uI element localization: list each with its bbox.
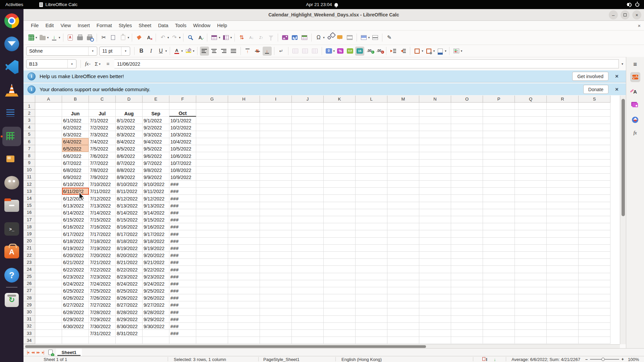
bold[interactable]: B — [137, 47, 146, 56]
cell-L3[interactable] — [356, 117, 387, 124]
cell-Q26[interactable] — [515, 280, 547, 287]
cell-K26[interactable] — [324, 280, 356, 287]
show-draw-functions[interactable]: ✎ — [385, 33, 394, 42]
cell-Q19[interactable] — [515, 230, 547, 237]
insert-chart[interactable] — [290, 33, 299, 42]
currency-format[interactable]: 0 — [324, 47, 333, 56]
cell-E20[interactable]: 9/18/2022 — [143, 238, 169, 245]
cell-C4[interactable]: 7/2/2022 — [89, 124, 116, 131]
chevron-down-icon[interactable]: ▾ — [333, 49, 335, 53]
cell-M13[interactable] — [387, 188, 419, 195]
autofilter[interactable] — [266, 33, 275, 42]
close-icon[interactable]: × — [615, 86, 619, 93]
dock-item-files[interactable] — [4, 198, 20, 214]
cell-G28[interactable] — [196, 294, 228, 301]
freeze-rows-columns[interactable] — [359, 33, 368, 42]
merge-and-center-cells[interactable] — [291, 47, 300, 56]
cell-M31[interactable] — [387, 316, 419, 323]
cell-G3[interactable] — [196, 117, 228, 124]
cell-E14[interactable]: 9/12/2022 — [143, 195, 169, 202]
cell-C8[interactable]: 7/6/2022 — [89, 152, 116, 159]
cell-H17[interactable] — [228, 216, 260, 223]
cell-R34[interactable] — [547, 337, 579, 344]
cell-S32[interactable] — [579, 323, 610, 330]
cell-R12[interactable] — [547, 181, 579, 188]
menu-help[interactable]: Help — [214, 22, 230, 29]
cell-D32[interactable]: 8/30/2022 — [116, 323, 143, 330]
formula-input[interactable]: 11/06/2022 — [114, 59, 619, 68]
cell-Q24[interactable] — [515, 266, 547, 273]
cell-I11[interactable] — [260, 174, 292, 181]
cell-R19[interactable] — [547, 230, 579, 237]
cell-I10[interactable] — [260, 167, 292, 174]
cell-Q21[interactable] — [515, 245, 547, 252]
cell-A18[interactable] — [35, 223, 62, 230]
cell-O2[interactable] — [451, 110, 483, 117]
cell-L9[interactable] — [356, 160, 387, 167]
cell-H6[interactable] — [228, 138, 260, 145]
font-size-combo[interactable]: 11 pt ▾ — [99, 47, 130, 56]
cell-H5[interactable] — [228, 131, 260, 138]
cell-C31[interactable]: 7/29/2022 — [89, 316, 116, 323]
cell-K25[interactable] — [324, 273, 356, 280]
cell-B14[interactable]: 6/12/2022 — [62, 195, 89, 202]
sort[interactable]: ⇅ — [237, 33, 246, 42]
get-involved-button[interactable]: Get involved — [572, 72, 608, 81]
row-header-25[interactable]: 25 — [23, 273, 35, 280]
cell-D21[interactable]: 8/19/2022 — [116, 245, 143, 252]
cell-A26[interactable] — [35, 280, 62, 287]
cell-E32[interactable]: 9/30/2022 — [143, 323, 169, 330]
cell-I7[interactable] — [260, 145, 292, 152]
cell-O28[interactable] — [451, 294, 483, 301]
cell-G27[interactable] — [196, 287, 228, 294]
cell-E1[interactable] — [143, 103, 169, 110]
cell-O21[interactable] — [451, 245, 483, 252]
cell-G29[interactable] — [196, 301, 228, 308]
cell-I30[interactable] — [260, 308, 292, 315]
cell-J20[interactable] — [292, 238, 324, 245]
cell-K14[interactable] — [324, 195, 356, 202]
cell-D8[interactable]: 8/6/2022 — [116, 152, 143, 159]
cell-D9[interactable]: 8/7/2022 — [116, 160, 143, 167]
cell-E27[interactable]: 9/25/2022 — [143, 287, 169, 294]
cell-B22[interactable]: 6/20/2022 — [62, 252, 89, 259]
cell-P12[interactable] — [483, 181, 515, 188]
cell-C23[interactable]: 7/21/2022 — [89, 259, 116, 266]
cell-K28[interactable] — [324, 294, 356, 301]
row-header-33[interactable]: 33 — [23, 330, 35, 337]
cell-O14[interactable] — [451, 195, 483, 202]
cell-S7[interactable] — [579, 145, 610, 152]
add-sheet-icon[interactable] — [48, 350, 53, 355]
cell-F3[interactable]: 10/1/2022 — [169, 117, 196, 124]
cell-L20[interactable] — [356, 238, 387, 245]
cell-A24[interactable] — [35, 266, 62, 273]
cell-G11[interactable] — [196, 174, 228, 181]
row-header-7[interactable]: 7 — [23, 145, 35, 152]
special-character[interactable]: Ω — [314, 33, 323, 42]
underline[interactable]: U — [156, 47, 165, 56]
cell-A15[interactable] — [35, 202, 62, 209]
cell-O30[interactable] — [451, 308, 483, 315]
decrease-indent[interactable] — [398, 47, 408, 56]
sidebar-tab-styles[interactable]: A — [630, 86, 640, 97]
cell-K13[interactable] — [324, 188, 356, 195]
cell-A27[interactable] — [35, 287, 62, 294]
cell-L33[interactable] — [356, 330, 387, 337]
cell-M23[interactable] — [387, 259, 419, 266]
cell-M4[interactable] — [387, 124, 419, 131]
cell-M20[interactable] — [387, 238, 419, 245]
cell-G8[interactable] — [196, 152, 228, 159]
cell-I23[interactable] — [260, 259, 292, 266]
cell-I13[interactable] — [260, 188, 292, 195]
sidebar-tab-navigator[interactable] — [630, 115, 640, 125]
col-header-O[interactable]: O — [451, 96, 483, 103]
cell-F20[interactable]: ### — [169, 238, 196, 245]
cell-F22[interactable]: ### — [169, 252, 196, 259]
cell-F28[interactable]: ### — [169, 294, 196, 301]
cell-S4[interactable] — [579, 124, 610, 131]
headers-and-footers[interactable] — [345, 33, 354, 42]
cell-C19[interactable]: 7/17/2022 — [89, 230, 116, 237]
cell-B21[interactable]: 6/19/2022 — [62, 245, 89, 252]
cell-M9[interactable] — [387, 160, 419, 167]
cell-M17[interactable] — [387, 216, 419, 223]
